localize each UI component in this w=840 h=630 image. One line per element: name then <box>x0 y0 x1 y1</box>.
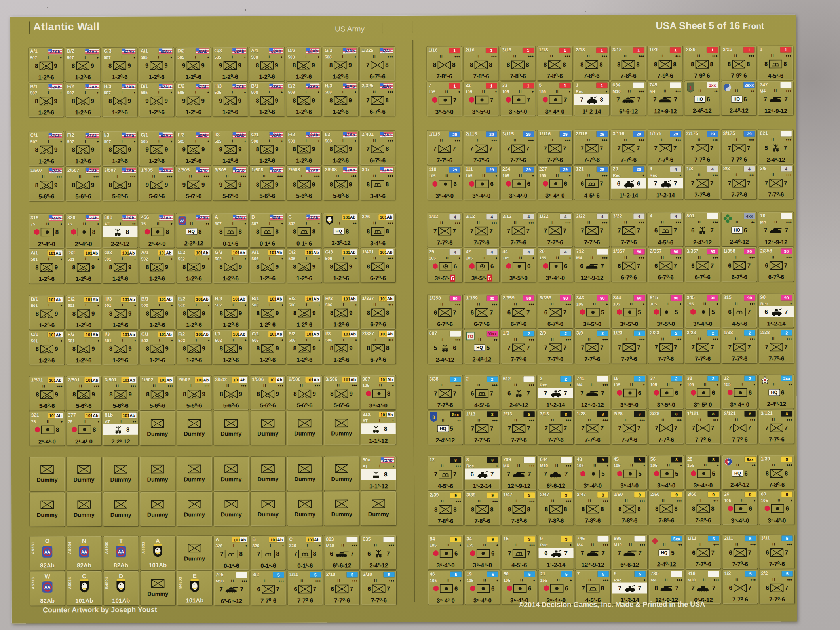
unit-size: I <box>110 419 133 423</box>
division-badge: 1 <box>486 48 497 53</box>
unit-symbol-row: 77 <box>466 423 498 434</box>
counter-top-row: B82Ab <box>251 215 283 221</box>
counter-320-75: 32082Ab75II♦82³-4²-0 <box>66 214 101 248</box>
unit-symbol-row: 88 <box>612 59 644 69</box>
unit-size: II <box>548 463 566 468</box>
counter-size-row: 508I♦ <box>288 89 319 95</box>
unit-symbol-row: 89 <box>252 343 283 354</box>
combat-values: 3⁵-4³-0 <box>429 192 460 199</box>
combat-values: 5-6⁰-6 <box>178 192 209 200</box>
unit-size: II <box>362 221 388 225</box>
unit-designation: 1/401 <box>362 249 374 255</box>
unit-size: II <box>502 138 528 142</box>
counter-top-row: 1/224 <box>539 214 571 220</box>
unit-designation: 803 <box>326 537 334 542</box>
step-dots: ♦♦♦ <box>131 384 137 388</box>
combat-values: 1-2⁰-6 <box>67 74 99 81</box>
right-factor: 8 <box>563 61 566 68</box>
counter-row: 3/382II♦♦♦777-7⁰-622II♦♦♦674-5¹-6612 II♦… <box>428 374 794 409</box>
left-factor: 7 <box>728 145 731 151</box>
engineer-symbol-icon <box>733 307 746 316</box>
unit-symbol-row: 67 <box>576 261 608 271</box>
marker-code: A5531 <box>30 542 35 554</box>
division-badge: 4 <box>670 166 681 172</box>
right-factor: 7 <box>489 145 492 152</box>
counter-3-359: 3/35990II♦♦♦676-7⁰-6 <box>538 294 573 328</box>
step-dots: ♦♦♦ <box>277 174 283 178</box>
counter-hq: 29xxII♦♦HQ62-4⁰-12 <box>721 81 756 115</box>
counter-top-row: 735 <box>651 571 682 577</box>
right-factor: 6 <box>638 389 641 396</box>
unit-size: I <box>295 55 318 59</box>
division-badge-101ab: 101Ab <box>268 331 283 337</box>
counter-size-row: 155II♦ <box>687 301 718 306</box>
dummy-counter: Dummy <box>251 411 285 445</box>
infantry-symbol-icon <box>474 60 488 69</box>
step-dots: ♦ <box>643 463 645 467</box>
step-dots: ♦ <box>318 139 320 143</box>
unit-size: I <box>111 90 134 95</box>
parachute-infantry-symbol-icon <box>261 344 274 352</box>
unit-designation: 2/9 <box>540 331 546 336</box>
combat-values: 7-7⁰-6 <box>687 355 718 362</box>
combat-values: 1-2⁰-6 <box>31 357 63 364</box>
counter-top-row: E/2101Ab <box>68 297 99 303</box>
infantry-symbol-icon <box>770 261 783 270</box>
artillery-point-icon <box>543 181 548 187</box>
combat-values: 7-8⁰-6 <box>502 72 534 80</box>
unit-designation: 2/12 <box>466 214 475 219</box>
marker-letter: E <box>193 572 197 579</box>
left-factor: 8 <box>183 345 186 352</box>
unit-size: II <box>576 220 602 225</box>
counter-top-row: A/1101Ab <box>141 250 173 256</box>
counter-size-row: II♦♦♦ <box>687 542 719 547</box>
step-dots: ♦♦♦ <box>602 138 608 142</box>
parachute-infantry-symbol-icon <box>77 309 90 318</box>
infantry-symbol-icon <box>659 144 672 152</box>
counter-top-row: 1/1218 <box>687 411 719 417</box>
counter-top-row: 215 <box>540 571 572 577</box>
infantry-symbol-icon <box>623 504 636 513</box>
step-dots: ♦♦ <box>751 89 755 93</box>
unit-symbol-row: 6 <box>724 387 755 398</box>
counter-top-row: 1/50782Ab <box>30 168 62 174</box>
parachute-infantry-symbol-icon <box>224 309 238 318</box>
counter-size-row: 506I♦ <box>252 337 283 343</box>
unit-symbol-row: 89 <box>30 179 62 190</box>
right-factor: 8 <box>384 471 387 478</box>
unit-size: II <box>766 88 786 93</box>
unit-symbol-row: 78 <box>362 143 393 154</box>
step-dots: ♦ <box>643 302 645 306</box>
combat-values: 7-7⁰-6 <box>613 238 644 246</box>
counter-row-group: B/1101Ab501I♦891-2⁰-6E/2101Ab501I♦891-2⁰… <box>29 295 395 366</box>
unit-size: II <box>576 173 602 177</box>
left-factor: 8 <box>109 310 112 317</box>
combat-values: 2-3⁰-12 <box>325 239 357 246</box>
step-dots: ♦♦♦ <box>492 418 498 422</box>
unit-designation: 45 <box>614 457 619 462</box>
counter-size-row: ATI♦♦ <box>104 221 136 226</box>
unit-symbol-row: 88 <box>215 226 246 237</box>
step-dots: ♦ <box>61 339 63 343</box>
unit-designation: E/2 <box>288 84 295 89</box>
left-factor: 7 <box>544 470 547 477</box>
parachute-infantry-symbol-icon <box>224 96 237 105</box>
right-factor: 9 <box>238 62 241 69</box>
combat-values: 6-7⁰-6 <box>760 273 792 280</box>
step-dots: ♦♦♦ <box>675 138 681 142</box>
unit-designation: A/1 <box>31 250 38 255</box>
counter-size-row: II♦♦♦ <box>429 337 461 342</box>
counter-3-60: 3/609II♦♦♦887-8⁰-6 <box>686 491 720 525</box>
right-factor: 9 <box>312 310 315 316</box>
unit-symbol-row: 89 <box>288 144 320 154</box>
dummy-counter: Dummy <box>214 492 249 526</box>
unit-designation: B/1 <box>251 84 258 89</box>
left-factor: 6 <box>507 390 511 396</box>
footer-credit: Counter Artwork by Joseph Youst <box>43 606 157 615</box>
parachute-infantry-symbol-icon <box>113 180 127 189</box>
right-factor: 9 <box>201 97 205 104</box>
unit-designation: 2/47 <box>540 492 549 497</box>
counter-3-18: 3/181II♦♦♦887-8⁰-6 <box>611 46 646 80</box>
unit-symbol-row: 77 <box>577 548 609 558</box>
unit-size: I <box>296 338 319 342</box>
